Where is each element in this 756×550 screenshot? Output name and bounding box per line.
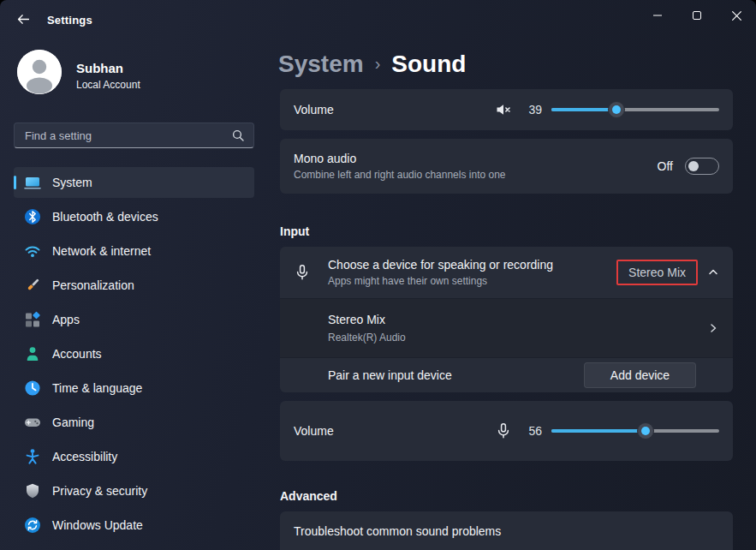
slider-thumb[interactable] [608, 101, 625, 118]
microphone-icon [294, 264, 311, 281]
troubleshoot-card[interactable]: Troubleshoot common sound problems [280, 511, 733, 550]
shield-icon [24, 482, 41, 499]
slider-thumb[interactable] [637, 422, 654, 439]
add-device-button[interactable]: Add device [584, 362, 696, 388]
mono-audio-state: Off [658, 159, 673, 173]
search-box[interactable] [14, 123, 254, 148]
output-volume-label: Volume [294, 103, 334, 117]
maximize-button[interactable] [677, 0, 717, 31]
profile-account-type: Local Account [76, 79, 140, 91]
output-volume-card: Volume 39 [280, 89, 733, 130]
input-device-group: Choose a device for speaking or recordin… [280, 247, 733, 392]
breadcrumb: System › Sound [278, 48, 466, 81]
back-button[interactable] [10, 9, 36, 29]
sidebar-item-bluetooth-devices[interactable]: Bluetooth & devices [14, 201, 254, 232]
pair-device-label: Pair a new input device [328, 368, 452, 382]
microphone-icon[interactable] [495, 422, 512, 439]
sidebar-item-label: Accounts [52, 347, 102, 361]
input-volume-label: Volume [294, 424, 334, 438]
mono-audio-title: Mono audio [294, 152, 506, 165]
slider-fill [551, 108, 616, 111]
sidebar-item-accounts[interactable]: Accounts [14, 338, 254, 369]
breadcrumb-separator: › [375, 54, 381, 75]
gamepad-icon [24, 414, 41, 431]
back-arrow-icon [16, 12, 31, 27]
choose-input-device-row[interactable]: Choose a device for speaking or recordin… [280, 247, 733, 298]
input-device-row-stereo-mix[interactable]: Stereo Mix Realtek(R) Audio [280, 299, 733, 357]
settings-window: Settings Subhan Local Account System [0, 0, 756, 550]
speaker-muted-icon[interactable] [495, 101, 512, 118]
input-volume-slider[interactable] [551, 422, 719, 439]
output-volume-slider[interactable] [551, 101, 719, 118]
chevron-up-icon[interactable] [707, 266, 719, 278]
window-title: Settings [47, 14, 92, 27]
input-volume-card: Volume 56 [280, 401, 733, 461]
minimize-button[interactable] [638, 0, 677, 31]
paintbrush-icon [24, 277, 41, 294]
bluetooth-icon [24, 208, 41, 225]
profile-name: Subhan [76, 61, 123, 75]
update-sync-icon [24, 517, 41, 534]
input-volume-value: 56 [523, 424, 542, 438]
avatar [17, 50, 62, 94]
sidebar-item-system[interactable]: System [14, 167, 254, 198]
account-person-icon [24, 345, 41, 362]
minimize-icon [652, 10, 663, 21]
search-icon[interactable] [231, 129, 245, 142]
sidebar-item-accessibility[interactable]: Accessibility [14, 441, 254, 472]
pair-input-device-row: Pair a new input device Add device [280, 358, 733, 392]
sidebar-item-label: Network & internet [52, 244, 151, 258]
close-icon [731, 10, 742, 21]
wifi-icon [24, 242, 41, 260]
sidebar-item-label: Privacy & security [52, 484, 147, 498]
mono-audio-toggle[interactable] [685, 158, 719, 175]
accessibility-person-icon [24, 448, 41, 465]
device-name: Stereo Mix [328, 313, 406, 326]
person-icon [17, 50, 62, 94]
toggle-knob [688, 161, 699, 171]
sidebar-item-label: Accessibility [52, 450, 117, 463]
sidebar-nav: System Bluetooth & devices Network & int… [14, 167, 254, 544]
breadcrumb-system[interactable]: System [278, 51, 364, 78]
sidebar-item-label: Windows Update [52, 518, 143, 532]
sidebar-item-label: System [52, 176, 92, 189]
chevron-right-icon[interactable] [707, 322, 719, 334]
mono-audio-subtitle: Combine left and right audio channels in… [294, 169, 506, 181]
clock-icon [24, 380, 41, 397]
choose-device-subtitle: Apps might have their own settings [328, 275, 553, 287]
sidebar-item-network-internet[interactable]: Network & internet [14, 236, 254, 266]
sidebar-item-label: Gaming [52, 415, 94, 429]
sidebar-item-label: Time & language [52, 381, 142, 395]
sidebar-item-label: Personalization [52, 278, 134, 292]
output-volume-value: 39 [523, 103, 542, 117]
sidebar-item-label: Bluetooth & devices [52, 210, 158, 224]
sidebar-item-windows-update[interactable]: Windows Update [14, 510, 254, 541]
maximize-icon [692, 10, 702, 21]
slider-fill [551, 429, 646, 433]
input-device-dropdown-value[interactable]: Stereo Mix [616, 260, 698, 285]
advanced-section-header: Advanced [280, 489, 337, 503]
sidebar-item-label: Apps [52, 313, 80, 326]
mono-audio-card: Mono audio Combine left and right audio … [280, 139, 733, 194]
sidebar-item-time-language[interactable]: Time & language [14, 373, 254, 404]
sidebar-item-privacy-security[interactable]: Privacy & security [14, 475, 254, 506]
sidebar-item-personalization[interactable]: Personalization [14, 270, 254, 301]
system-icon [24, 174, 41, 191]
window-controls [638, 0, 756, 31]
search-input[interactable] [15, 129, 231, 142]
choose-device-title: Choose a device for speaking or recordin… [328, 258, 553, 272]
apps-grid-icon [24, 311, 41, 328]
sidebar-item-apps[interactable]: Apps [14, 304, 254, 335]
titlebar: Settings [0, 0, 756, 34]
device-driver: Realtek(R) Audio [328, 332, 406, 344]
troubleshoot-label: Troubleshoot common sound problems [294, 524, 501, 538]
sidebar-item-gaming[interactable]: Gaming [14, 407, 254, 438]
input-section-header: Input [280, 224, 309, 238]
close-button[interactable] [717, 0, 756, 31]
page-title: Sound [391, 51, 466, 78]
